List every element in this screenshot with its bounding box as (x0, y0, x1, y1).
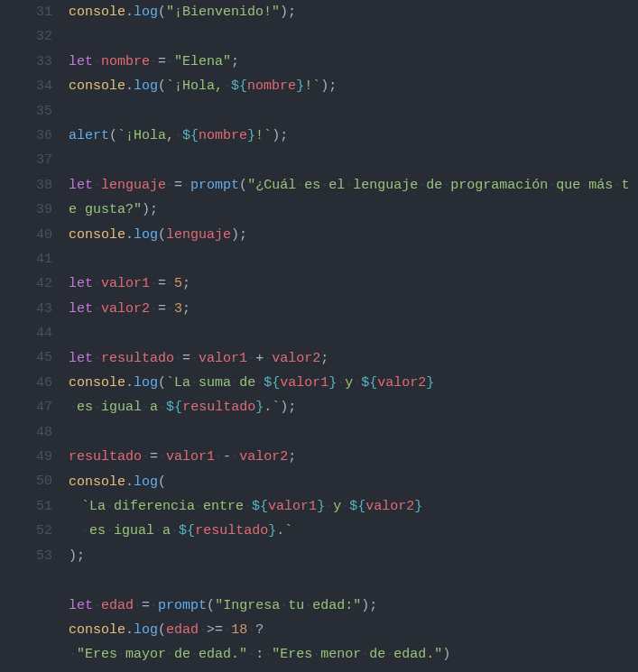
line-number: 40 (0, 223, 52, 247)
token-op: ; (182, 301, 190, 317)
code-line[interactable]: alert(`¡Hola,·${nombre}!`); (69, 124, 631, 148)
token-ws: · (418, 178, 426, 193)
token-var: resultado (69, 449, 142, 465)
token-str: el (328, 178, 345, 193)
token-str: de (174, 647, 190, 662)
token-pn: ( (207, 598, 215, 613)
token-str: igual (101, 400, 142, 415)
token-pn: ( (158, 474, 166, 490)
token-tpl: ${ (182, 128, 199, 143)
token-ws: · (93, 400, 101, 415)
line-number: 51 (0, 494, 52, 519)
token-ws: · (134, 598, 142, 613)
token-tpl: } (296, 78, 304, 94)
code-content[interactable]: console.log("¡Bienvenido!");let·nombre·=… (69, 0, 638, 672)
token-str: de (369, 647, 385, 662)
token-tpl: ${ (166, 400, 182, 415)
line-number: 37 (0, 148, 52, 172)
token-op: ; (182, 276, 190, 291)
token-ws: · (280, 598, 288, 613)
token-var: valor2 (272, 351, 320, 366)
token-op: . (125, 474, 134, 490)
token-str: mayor (125, 647, 166, 662)
token-tpl: ${ (179, 523, 195, 539)
token-ws: · (150, 54, 158, 69)
token-op: = (158, 54, 166, 69)
token-fn: prompt (158, 598, 207, 613)
token-ws: · (341, 499, 349, 514)
code-line[interactable] (69, 321, 631, 345)
token-ws: · (190, 375, 199, 391)
token-ws: · (93, 351, 101, 366)
token-str: más (588, 178, 613, 193)
token-str: menor (320, 647, 361, 662)
token-pn: ) (69, 548, 77, 564)
token-op: ; (320, 351, 328, 366)
token-ws: · (93, 598, 101, 613)
token-ws: · (166, 301, 174, 317)
token-tpl: ${ (264, 375, 280, 391)
code-line[interactable]: `La·diferencia·entre·${valor1}·y·${valor… (69, 494, 631, 544)
code-line[interactable] (69, 247, 631, 272)
token-var: nombre (101, 54, 150, 69)
token-str: diferencia (114, 499, 195, 514)
token-ws: · (117, 647, 125, 662)
token-fn: log (134, 474, 158, 490)
token-var: nombre (199, 128, 247, 143)
code-line[interactable]: let·valor2·=·3; (69, 297, 631, 321)
token-op: ; (328, 78, 337, 94)
code-line[interactable]: let·resultado·=·valor1·+·valor2; (69, 346, 631, 371)
code-line[interactable]: console.log("¡Bienvenido!"); (69, 0, 631, 24)
code-editor[interactable]: 3132333435363738394041424344454647484950… (0, 0, 638, 672)
token-pn: ) (442, 647, 450, 662)
token-pn: ) (231, 227, 239, 243)
token-num: 3 (174, 301, 182, 317)
code-line[interactable]: let·lenguaje·=·prompt("¿Cuál·es·el·lengu… (69, 173, 631, 223)
token-var: edad (101, 598, 134, 613)
token-pn: ) (280, 400, 288, 415)
code-line[interactable]: resultado·=·valor1·-·valor2; (69, 445, 631, 469)
code-line[interactable]: console.log(lenguaje); (69, 223, 631, 247)
token-str: "Eres (77, 647, 117, 662)
token-ws: · (548, 178, 556, 193)
token-ws: · (166, 178, 174, 193)
code-line[interactable] (69, 99, 631, 124)
line-number: 44 (0, 321, 52, 345)
token-op: . (125, 375, 134, 391)
token-str: de (239, 375, 255, 391)
token-ws: · (166, 276, 174, 291)
token-ws: · (150, 276, 158, 291)
token-str: edad:" (312, 598, 361, 613)
code-line[interactable]: console.log(`¡Hola,·${nombre}!`); (69, 74, 631, 98)
line-number: 39 (0, 198, 52, 222)
code-line[interactable]: let·valor1·=·5; (69, 272, 631, 296)
line-number: 32 (0, 24, 52, 49)
token-ws: · (345, 178, 353, 193)
code-line[interactable] (69, 568, 631, 593)
code-line[interactable]: let·nombre·=·"Elena"; (69, 50, 631, 74)
token-pn: ( (158, 78, 166, 94)
code-line[interactable] (69, 148, 631, 172)
token-str: suma (199, 375, 231, 391)
code-line[interactable] (69, 420, 631, 445)
code-line[interactable]: console.log( (69, 470, 631, 494)
token-ws: · (93, 178, 101, 193)
code-line[interactable]: console.log(edad·>=·18·?·"Eres·mayor·de·… (69, 618, 631, 667)
token-pn: ( (158, 227, 166, 243)
token-num: 5 (174, 276, 182, 291)
token-pn: ) (272, 128, 280, 143)
token-str: .` (264, 400, 280, 415)
token-op: - (223, 449, 231, 465)
code-line[interactable]: console.log(`La·suma·de·${valor1}·y·${va… (69, 371, 631, 420)
token-tpl: } (247, 128, 255, 143)
token-str: y (333, 499, 341, 514)
token-op: = (174, 178, 182, 193)
code-line[interactable]: ); (69, 544, 631, 568)
token-var: valor1 (166, 449, 215, 465)
token-op: ; (288, 400, 296, 415)
token-op: . (125, 78, 134, 94)
token-op: + (255, 351, 264, 366)
code-line[interactable]: let·edad·=·prompt("Ingresa·tu·edad:"); (69, 594, 631, 618)
code-line[interactable] (69, 24, 631, 49)
token-ws: · (361, 647, 369, 662)
